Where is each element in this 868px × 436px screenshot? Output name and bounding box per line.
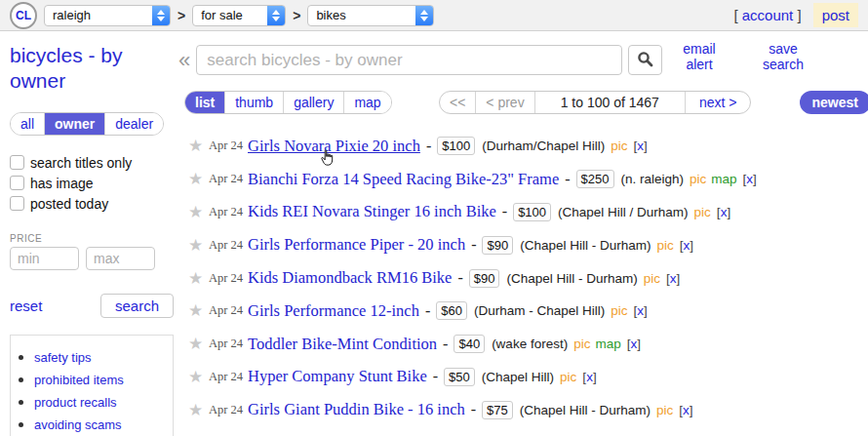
breadcrumb-select[interactable]: bikes <box>307 5 434 26</box>
pic-link[interactable]: pic <box>694 205 711 219</box>
account-link[interactable]: account <box>742 7 794 23</box>
pic-link[interactable]: pic <box>656 403 673 417</box>
sort-newest-button[interactable]: newest <box>800 91 868 114</box>
listing-title-link[interactable]: Girls Novara Pixie 20 inch <box>248 137 420 156</box>
filter-has-image[interactable]: has image <box>10 176 174 191</box>
listing-date: Apr 24 <box>209 205 245 219</box>
select-stepper-icon <box>152 6 170 25</box>
title-price-separator: - <box>471 236 476 254</box>
bracket: ] <box>690 238 693 253</box>
pic-link[interactable]: pic <box>644 271 660 286</box>
sidebar: bicycles - by owner allownerdealer searc… <box>10 41 174 436</box>
listing-location: (wake forest) <box>492 337 568 351</box>
help-link[interactable]: safety tips <box>34 350 92 365</box>
listing-location: (Durham/Chapel Hill) <box>482 139 605 153</box>
bracket: ] <box>677 271 681 286</box>
listing-location: (Durham - Chapel Hill) <box>474 303 605 318</box>
search-submit-button[interactable] <box>628 45 662 75</box>
checkbox[interactable] <box>10 155 24 170</box>
listing-date: Apr 24 <box>209 370 245 384</box>
star-favorite-icon[interactable]: ★ <box>188 136 205 156</box>
help-link-item: avoiding scams <box>34 416 169 433</box>
listing-title-link[interactable]: Girls Performance 12-inch <box>248 301 419 321</box>
pic-link[interactable]: pic <box>690 172 706 186</box>
pic-link[interactable]: pic <box>560 370 576 384</box>
star-favorite-icon[interactable]: ★ <box>188 400 205 420</box>
star-favorite-icon[interactable]: ★ <box>188 202 205 222</box>
hide-listing-link[interactable]: x <box>670 271 677 286</box>
pic-link[interactable]: pic <box>611 139 627 153</box>
help-link[interactable]: prohibited items <box>34 373 124 387</box>
listing-date: Apr 24 <box>209 172 245 186</box>
price-badge: $50 <box>444 368 475 386</box>
star-favorite-icon[interactable]: ★ <box>188 169 205 189</box>
checkbox[interactable] <box>10 196 24 211</box>
listing-date: Apr 24 <box>209 271 245 286</box>
tab-dealer[interactable]: dealer <box>105 113 163 135</box>
filter-label: search titles only <box>30 155 132 171</box>
listing-row: ★ Apr 24 Girls Novara Pixie 20 inch - $1… <box>188 130 868 163</box>
view-tab-map[interactable]: map <box>344 92 390 113</box>
pic-link[interactable]: pic <box>611 303 627 318</box>
help-link[interactable]: avoiding scams <box>34 417 122 432</box>
filter-posted-today[interactable]: posted today <box>10 196 174 212</box>
results-toolbar: listthumbgallerymap << < prev 1 to 100 o… <box>178 91 868 115</box>
breadcrumb-select[interactable]: raleigh <box>44 5 171 26</box>
listing-row: ★ Apr 24 Kids Diamondback RM16 Bike - $9… <box>188 261 868 295</box>
help-link[interactable]: product recalls <box>34 395 117 410</box>
listing-title-link[interactable]: Bianchi Forza 14 Speed Racing Bike-23" F… <box>248 170 559 189</box>
sidebar-search-button[interactable]: search <box>100 294 174 318</box>
view-tab-gallery[interactable]: gallery <box>284 92 344 113</box>
breadcrumb-select[interactable]: for sale <box>192 5 286 26</box>
collapse-sidebar-icon[interactable]: « <box>178 50 190 71</box>
save-search-link[interactable]: save search <box>749 41 817 72</box>
tab-owner[interactable]: owner <box>45 113 105 135</box>
title-price-separator: - <box>433 368 438 385</box>
listing-title-link[interactable]: Kids Diamondback RM16 Bike <box>248 268 452 288</box>
email-alert-link[interactable]: email alert <box>670 41 729 72</box>
listing-title-link[interactable]: Girls Giant Puddin Bike - 16 inch <box>248 400 465 419</box>
reset-link[interactable]: reset <box>10 297 42 314</box>
checkbox[interactable] <box>10 176 24 190</box>
listing-date: Apr 24 <box>209 337 245 351</box>
listing-title-link[interactable]: Toddler Bike-Mint Condition <box>248 335 437 354</box>
listing-row: ★ Apr 24 Bianchi Forza 14 Speed Racing B… <box>188 163 868 196</box>
listing-title-link[interactable]: Kids REI Novara Stinger 16 inch Bike <box>248 202 496 221</box>
hide-listing-link[interactable]: x <box>637 139 644 153</box>
price-max-input[interactable] <box>86 247 155 270</box>
listing-location: (Chapel Hill - Durham) <box>520 403 651 417</box>
hide-listing-link[interactable]: x <box>586 370 593 384</box>
price-badge: $90 <box>469 269 500 288</box>
price-min-input[interactable] <box>10 247 79 270</box>
filter-label: posted today <box>30 196 108 212</box>
pagination-next-button[interactable]: next > <box>686 92 751 113</box>
pagination: << < prev 1 to 100 of 1467 next > <box>439 91 751 114</box>
tab-all[interactable]: all <box>11 113 45 135</box>
price-badge: $100 <box>437 137 475 155</box>
listing-title-link[interactable]: Girls Performance Piper - 20 inch <box>248 235 465 255</box>
post-button[interactable]: post <box>813 3 858 27</box>
map-link[interactable]: map <box>711 172 736 186</box>
star-favorite-icon[interactable]: ★ <box>188 235 205 256</box>
view-tab-thumb[interactable]: thumb <box>225 92 284 113</box>
hide-listing-link[interactable]: x <box>683 403 690 417</box>
listing-date: Apr 24 <box>209 139 245 153</box>
bracket: ] <box>637 337 641 351</box>
pagination-first-button[interactable]: << <box>440 92 476 113</box>
filter-search-titles-only[interactable]: search titles only <box>10 155 174 171</box>
price-label: PRICE <box>10 233 174 244</box>
star-favorite-icon[interactable]: ★ <box>188 334 205 354</box>
cl-logo[interactable]: CL <box>10 2 37 29</box>
star-favorite-icon[interactable]: ★ <box>188 268 205 289</box>
price-badge: $40 <box>454 335 485 353</box>
pic-link[interactable]: pic <box>656 238 673 253</box>
map-link[interactable]: map <box>595 337 620 351</box>
search-input[interactable] <box>196 45 622 75</box>
view-tab-list[interactable]: list <box>185 92 225 113</box>
star-favorite-icon[interactable]: ★ <box>188 367 205 387</box>
pagination-prev-button[interactable]: < prev <box>476 92 534 113</box>
price-badge: $75 <box>482 401 513 419</box>
pic-link[interactable]: pic <box>573 337 590 351</box>
listing-title-link[interactable]: Hyper Company Stunt Bike <box>248 367 427 386</box>
star-favorite-icon[interactable]: ★ <box>188 300 205 321</box>
